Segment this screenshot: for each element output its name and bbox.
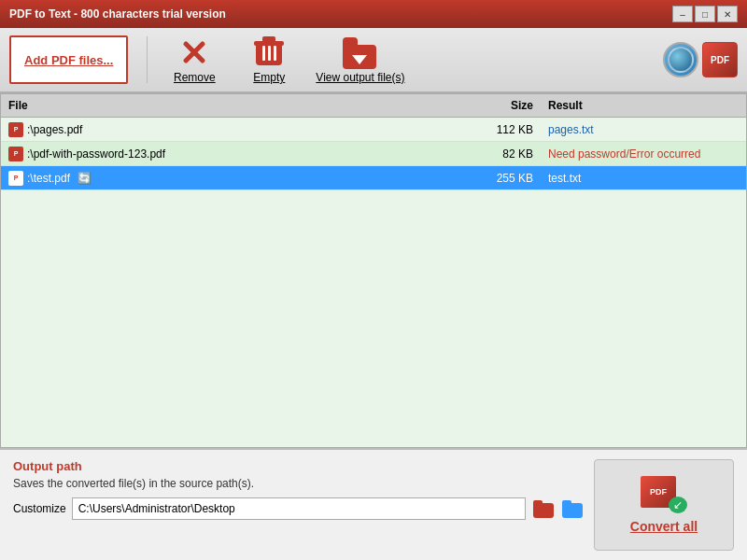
x-icon: [177, 35, 211, 69]
customize-label: Customize: [13, 502, 66, 515]
col-header-result: Result: [541, 97, 746, 114]
folder-tab: [343, 37, 358, 45]
file-list-body: P :\pages.pdf 112 KB pages.txt P :\pdf-w…: [1, 118, 746, 447]
file-result-2: Need password/Error occurred: [541, 146, 746, 162]
trash-line-3: [274, 46, 276, 61]
file-size-1: 112 KB: [466, 121, 541, 138]
remove-button[interactable]: Remove: [166, 35, 222, 84]
toolbar-right: PDF: [663, 42, 738, 77]
folder-arrow: [352, 55, 367, 64]
browse-folder-button[interactable]: [560, 497, 585, 520]
window-controls: – □ ✕: [672, 6, 738, 22]
remove-label: Remove: [174, 71, 216, 84]
window-title: PDF to Text - 800 characters trial versi…: [9, 7, 226, 21]
view-output-icon: [342, 35, 379, 69]
empty-button[interactable]: Empty: [241, 35, 297, 84]
convert-all-button[interactable]: PDF ↙ Convert all: [594, 459, 734, 551]
convert-pdf-icon: PDF ↙: [641, 476, 687, 513]
file-path-2: P :\pdf-with-password-123.pdf: [1, 145, 466, 163]
convert-arrow-icon: ↙: [669, 497, 687, 513]
bottom-panel: Output path Saves the converted file(s) …: [0, 448, 747, 560]
file-size-3: 255 KB: [466, 170, 541, 187]
open-folder-button[interactable]: [531, 497, 556, 520]
output-path-section: Output path Saves the converted file(s) …: [13, 459, 585, 551]
table-row[interactable]: P :\test.pdf 🔄 255 KB test.txt: [1, 166, 746, 190]
file-result-3: test.txt: [541, 170, 746, 187]
file-path-1: P :\pages.pdf: [1, 120, 466, 139]
table-row[interactable]: P :\pdf-with-password-123.pdf 82 KB Need…: [1, 142, 746, 166]
file-list-area: File Size Result P :\pages.pdf 112 KB pa…: [0, 93, 747, 448]
file-result-1: pages.txt: [541, 121, 746, 138]
pdf-file-icon-1: P: [8, 122, 23, 137]
trash-lid: [254, 41, 284, 46]
trash-line-2: [268, 46, 271, 61]
output-path-desc: Saves the converted file(s) in the sourc…: [13, 477, 585, 490]
empty-label: Empty: [253, 71, 285, 84]
trash-body: [256, 41, 282, 65]
table-row[interactable]: P :\pages.pdf 112 KB pages.txt: [1, 118, 746, 142]
globe-icon: [668, 47, 694, 73]
add-pdf-label: Add PDF files...: [24, 53, 113, 67]
col-header-file: File: [1, 97, 466, 114]
folder-body: [343, 45, 376, 69]
empty-icon: [250, 35, 288, 69]
output-path-row: Customize: [13, 497, 585, 520]
convert-label: Convert all: [630, 519, 698, 534]
minimize-button[interactable]: –: [672, 6, 693, 22]
output-folder-buttons: [531, 497, 585, 520]
folder-view-icon: [343, 35, 378, 69]
col-header-size: Size: [466, 97, 541, 114]
folder-sm-body-1: [533, 503, 554, 518]
folder-sm-body-2: [562, 503, 583, 518]
title-bar: PDF to Text - 800 characters trial versi…: [0, 0, 747, 28]
file-size-2: 82 KB: [466, 146, 541, 162]
file-path-3: P :\test.pdf 🔄: [1, 169, 466, 188]
add-pdf-button[interactable]: Add PDF files...: [9, 35, 128, 84]
remove-icon: [176, 35, 213, 69]
file-list-header: File Size Result: [1, 94, 746, 118]
processing-icon: 🔄: [78, 172, 92, 185]
trash-line-1: [262, 46, 265, 61]
pdf-icon-button[interactable]: PDF: [702, 42, 738, 77]
view-output-button[interactable]: View output file(s): [316, 35, 404, 84]
output-path-title: Output path: [13, 459, 585, 473]
close-button[interactable]: ✕: [717, 6, 738, 22]
view-output-label: View output file(s): [316, 71, 404, 84]
globe-button[interactable]: [663, 42, 698, 77]
maximize-button[interactable]: □: [695, 6, 715, 22]
output-path-input[interactable]: [72, 497, 526, 520]
trash-icon: [254, 35, 284, 69]
pdf-file-icon-2: P: [8, 147, 23, 161]
pdf-file-icon-3: P: [8, 171, 23, 186]
toolbar: Add PDF files... Remove: [0, 28, 747, 93]
main-window: Add PDF files... Remove: [0, 28, 747, 560]
toolbar-separator-1: [147, 36, 148, 83]
